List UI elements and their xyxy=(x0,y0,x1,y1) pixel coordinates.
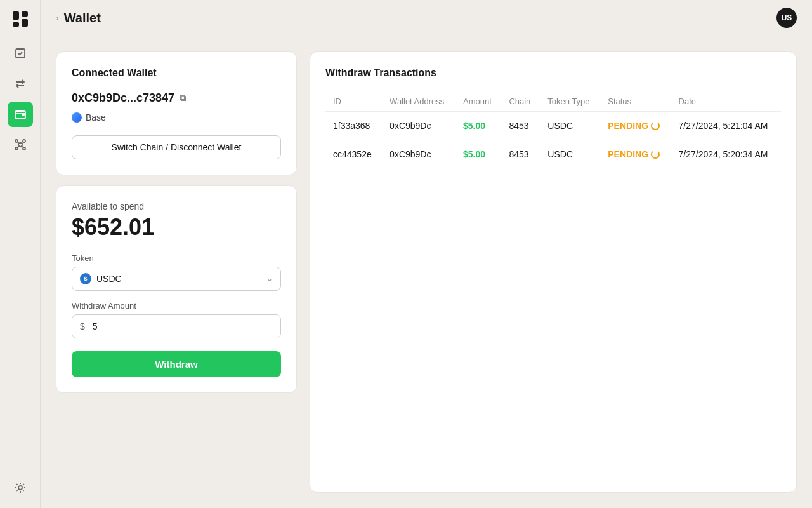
wallet-address-row: 0xC9b9Dc...c73847 ⧉ xyxy=(72,91,281,105)
app-logo xyxy=(9,8,32,30)
sidebar-item-wallet[interactable] xyxy=(8,102,33,127)
table-body: 1f33a368 0xC9b9Dc $5.00 8453 USDC PENDIN… xyxy=(325,112,781,169)
page-title: Wallet xyxy=(64,11,101,25)
page-content: Connected Wallet 0xC9b9Dc...c73847 ⧉ Bas… xyxy=(41,36,812,508)
avatar: US xyxy=(776,8,797,28)
cell-date: 7/27/2024, 5:20:34 AM xyxy=(671,140,781,169)
col-amount: Amount xyxy=(455,91,501,112)
switch-chain-button[interactable]: Switch Chain / Disconnect Wallet xyxy=(72,135,281,159)
cell-wallet-address: 0xC9b9Dc xyxy=(382,112,455,140)
withdraw-amount-row: $ xyxy=(72,314,281,338)
left-column: Connected Wallet 0xC9b9Dc...c73847 ⧉ Bas… xyxy=(56,51,297,493)
table-header-row: ID Wallet Address Amount Chain Token Typ… xyxy=(325,91,781,112)
svg-point-9 xyxy=(23,140,25,142)
right-column: Withdraw Transactions ID Wallet Address … xyxy=(310,51,797,493)
transactions-card: Withdraw Transactions ID Wallet Address … xyxy=(310,51,797,493)
sidebar-item-network[interactable] xyxy=(8,132,33,157)
withdraw-amount-input[interactable] xyxy=(90,315,280,338)
svg-point-8 xyxy=(15,140,18,142)
transactions-title: Withdraw Transactions xyxy=(325,67,781,79)
header: › Wallet US xyxy=(41,0,812,36)
svg-rect-2 xyxy=(22,19,28,27)
sidebar-item-transfer[interactable] xyxy=(8,71,33,97)
breadcrumb-chevron: › xyxy=(56,13,59,23)
sidebar xyxy=(0,0,41,508)
cell-status: PENDING xyxy=(600,112,671,140)
col-status: Status xyxy=(600,91,671,112)
available-to-spend-card: Available to spend $652.01 Token $ USDC … xyxy=(56,185,297,393)
chain-dot-icon xyxy=(72,112,82,123)
spinner-icon xyxy=(651,150,660,159)
cell-amount: $5.00 xyxy=(455,140,501,169)
svg-point-12 xyxy=(18,486,22,490)
token-field-label: Token xyxy=(72,253,281,263)
col-token-type: Token Type xyxy=(540,91,600,112)
settings-icon[interactable] xyxy=(8,475,33,500)
withdraw-button[interactable]: Withdraw xyxy=(72,351,281,377)
col-id: ID xyxy=(325,91,382,112)
transactions-table: ID Wallet Address Amount Chain Token Typ… xyxy=(325,91,781,168)
cell-id: 1f33a368 xyxy=(325,112,382,140)
cell-token-type: USDC xyxy=(540,140,600,169)
cell-id: cc44352e xyxy=(325,140,382,169)
copy-address-icon[interactable]: ⧉ xyxy=(180,93,186,104)
cell-status: PENDING xyxy=(600,140,671,169)
chain-name: Base xyxy=(86,112,106,123)
main-content: › Wallet US Connected Wallet 0xC9b9Dc...… xyxy=(41,0,812,508)
col-chain: Chain xyxy=(501,91,540,112)
cell-amount: $5.00 xyxy=(455,112,501,140)
available-amount: $652.01 xyxy=(72,214,281,241)
svg-rect-3 xyxy=(13,22,19,27)
table-row: 1f33a368 0xC9b9Dc $5.00 8453 USDC PENDIN… xyxy=(325,112,781,140)
sidebar-item-tasks[interactable] xyxy=(8,41,33,66)
withdraw-amount-label: Withdraw Amount xyxy=(72,301,281,311)
status-badge: PENDING xyxy=(608,121,663,131)
col-wallet-address: Wallet Address xyxy=(382,91,455,112)
svg-rect-0 xyxy=(13,11,19,20)
cell-token-type: USDC xyxy=(540,112,600,140)
cell-chain: 8453 xyxy=(501,112,540,140)
cell-date: 7/27/2024, 5:21:04 AM xyxy=(671,112,781,140)
token-select[interactable]: $ USDC ⌄ USDC xyxy=(72,267,281,291)
dollar-prefix: $ xyxy=(72,315,90,338)
svg-point-11 xyxy=(23,147,25,150)
connected-wallet-card: Connected Wallet 0xC9b9Dc...c73847 ⧉ Bas… xyxy=(56,51,297,175)
svg-rect-1 xyxy=(22,11,28,17)
table-row: cc44352e 0xC9b9Dc $5.00 8453 USDC PENDIN… xyxy=(325,140,781,169)
spinner-icon xyxy=(651,121,660,130)
connected-wallet-title: Connected Wallet xyxy=(72,67,281,79)
table-header: ID Wallet Address Amount Chain Token Typ… xyxy=(325,91,781,112)
cell-chain: 8453 xyxy=(501,140,540,169)
cell-wallet-address: 0xC9b9Dc xyxy=(382,140,455,169)
chain-badge: Base xyxy=(72,112,281,123)
col-date: Date xyxy=(671,91,781,112)
wallet-address-text: 0xC9b9Dc...c73847 xyxy=(72,91,174,105)
svg-point-10 xyxy=(15,147,18,150)
available-label: Available to spend xyxy=(72,201,281,211)
status-badge: PENDING xyxy=(608,149,663,159)
